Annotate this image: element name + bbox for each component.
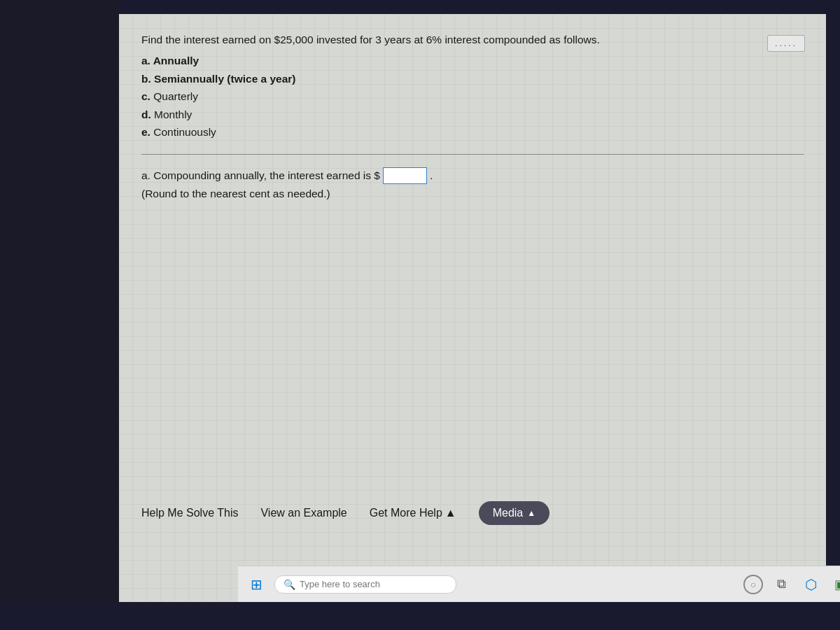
get-more-help-label: Get More Help [370,507,442,519]
left-panel [0,0,119,602]
content-area: ..... Find the interest earned on $25,00… [119,14,826,214]
help-me-solve-button[interactable]: Help Me Solve This [141,507,238,519]
start-button[interactable]: ⊞ [244,572,269,597]
media-label: Media [493,507,524,519]
taskbar-search-box[interactable]: 🔍 [274,575,456,594]
edge-icon: ⬡ [805,576,817,593]
answer-section: a. Compounding annually, the interest ea… [141,167,804,200]
search-icon: 🔍 [284,579,295,590]
part-a: a. Annually [141,52,804,70]
get-more-help-arrow-icon: ▲ [445,507,456,519]
dollar-input-group [383,167,427,184]
task-view-button[interactable]: ⧉ [770,573,792,596]
windows-icon: ⊞ [251,576,262,593]
main-window: ..... Find the interest earned on $25,00… [119,14,826,602]
taskbar: ⊞ 🔍 ○ ⧉ ⬡ ▣ 🔒 ▦ ⬜ [238,566,840,602]
problem-intro: Find the interest earned on $25,000 inve… [141,34,804,46]
edge-button[interactable]: ⬡ [799,573,822,596]
view-example-button[interactable]: View an Example [260,507,346,519]
problem-parts-list: a. Annually b. Semiannually (twice a yea… [141,52,804,141]
more-options-button[interactable]: ..... [767,35,805,52]
dots-label: ..... [775,38,797,48]
task-view-icon: ⧉ [777,577,786,592]
answer-input[interactable] [388,168,426,183]
media-button[interactable]: Media ▲ [479,501,550,525]
answer-note: (Round to the nearest cent as needed.) [141,188,804,200]
media-arrow-icon: ▲ [527,508,536,518]
green-app-button[interactable]: ▣ [829,573,840,596]
green-app-icon: ▣ [834,577,841,592]
taskbar-right-icons: ○ ⧉ ⬡ ▣ 🔒 ▦ ⬜ [743,573,840,596]
taskbar-search-input[interactable] [300,579,426,589]
circle-icon: ○ [750,579,756,590]
answer-line: a. Compounding annually, the interest ea… [141,167,804,185]
part-b: b. Semiannually (twice a year) [141,70,804,88]
get-more-help-button[interactable]: Get More Help ▲ [370,507,456,519]
section-divider [141,154,804,155]
part-c: c. Quarterly [141,88,804,106]
bottom-buttons: Help Me Solve This View an Example Get M… [141,501,550,525]
answer-label-before: a. Compounding annually, the interest ea… [141,167,380,185]
answer-label-after: . [430,167,433,185]
part-e: e. Continuously [141,123,804,141]
part-d: d. Monthly [141,106,804,124]
cortana-button[interactable]: ○ [743,575,763,594]
